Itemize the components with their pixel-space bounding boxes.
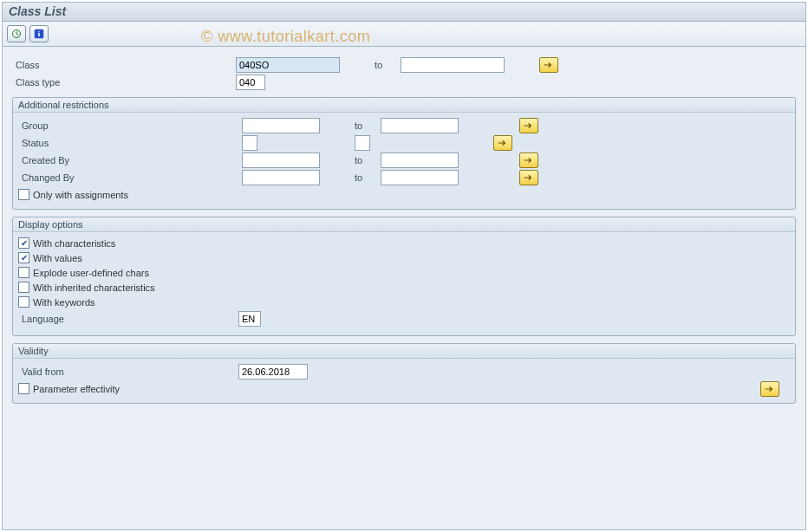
- info-button[interactable]: i: [29, 25, 49, 42]
- param-effectivity-checkbox[interactable]: [18, 383, 29, 394]
- only-with-assignments-row: Only with assignments: [16, 187, 792, 202]
- created-by-to-input[interactable]: [381, 152, 459, 168]
- class-to-input[interactable]: [401, 57, 505, 73]
- execute-button[interactable]: [7, 25, 26, 42]
- class-type-row: Class type: [10, 75, 798, 90]
- info-icon: i: [34, 29, 44, 39]
- param-effectivity-row: Parameter effectivity: [16, 381, 792, 396]
- to-label: to: [320, 155, 381, 165]
- status-from-input[interactable]: [242, 135, 257, 151]
- created-by-from-input[interactable]: [242, 152, 320, 168]
- clock-execute-icon: [11, 29, 22, 39]
- group-row: Group to: [16, 118, 792, 133]
- with-values-label: With values: [33, 253, 82, 263]
- to-label: to: [340, 60, 401, 70]
- arrow-right-icon: [524, 156, 534, 165]
- inherited-checkbox[interactable]: [18, 282, 29, 293]
- inherited-label: With inherited characteristics: [33, 282, 155, 293]
- status-to-input[interactable]: [355, 135, 370, 151]
- arrow-right-icon: [524, 173, 534, 182]
- explode-checkbox[interactable]: [18, 267, 29, 278]
- explode-label: Explode user-defined chars: [33, 268, 149, 278]
- arrow-right-icon: [524, 121, 534, 130]
- created-by-row: Created By to: [16, 152, 792, 168]
- changed-by-row: Changed By to: [16, 170, 792, 185]
- language-row: Language: [16, 311, 792, 327]
- param-effectivity-button[interactable]: [760, 381, 779, 397]
- class-row: Class to: [10, 57, 798, 73]
- toolbar: i: [2, 22, 806, 47]
- changed-by-label: Changed By: [16, 172, 242, 183]
- validity-group-title: Validity: [13, 344, 795, 359]
- explode-row: Explode user-defined chars: [16, 265, 792, 280]
- group-label: Group: [16, 120, 242, 131]
- language-label: Language: [16, 314, 238, 324]
- only-with-assignments-checkbox[interactable]: [18, 189, 29, 200]
- inherited-row: With inherited characteristics: [16, 280, 792, 295]
- with-values-checkbox[interactable]: [18, 252, 29, 263]
- validity-group: Validity Valid from Parameter effectivit…: [12, 343, 796, 404]
- status-multiple-selection-button[interactable]: [493, 135, 512, 151]
- valid-from-label: Valid from: [16, 367, 238, 377]
- created-by-multiple-selection-button[interactable]: [519, 152, 538, 168]
- language-input[interactable]: [238, 311, 261, 327]
- arrow-right-icon: [765, 385, 775, 393]
- class-type-input[interactable]: [236, 75, 265, 90]
- with-characteristics-checkbox[interactable]: [18, 237, 29, 249]
- to-label: to: [320, 172, 381, 183]
- with-values-row: With values: [16, 250, 792, 265]
- changed-by-to-input[interactable]: [381, 170, 459, 185]
- class-type-label: Class type: [10, 77, 236, 88]
- group-multiple-selection-button[interactable]: [519, 118, 538, 133]
- status-label: Status: [16, 138, 242, 148]
- to-label: to: [320, 120, 381, 131]
- display-group-title: Display options: [13, 217, 795, 232]
- display-options-group: Display options With characteristics Wit…: [12, 217, 796, 336]
- status-row: Status to: [16, 135, 792, 151]
- to-label: to: [257, 138, 355, 148]
- with-characteristics-row: With characteristics: [16, 236, 792, 250]
- changed-by-from-input[interactable]: [242, 170, 320, 185]
- param-effectivity-label: Parameter effectivity: [33, 384, 120, 394]
- created-by-label: Created By: [16, 155, 242, 165]
- class-label: Class: [10, 60, 236, 70]
- only-with-assignments-label: Only with assignments: [33, 190, 128, 200]
- arrow-right-icon: [498, 139, 508, 147]
- class-multiple-selection-button[interactable]: [539, 57, 558, 73]
- app-window: Class List i © www.tutorialkart.com Clas…: [0, 0, 808, 532]
- class-from-input[interactable]: [236, 57, 340, 73]
- arrow-right-icon: [544, 61, 554, 69]
- keywords-label: With keywords: [33, 297, 95, 308]
- valid-from-row: Valid from: [16, 364, 792, 380]
- group-to-input[interactable]: [381, 118, 459, 133]
- additional-group-title: Additional restrictions: [13, 98, 795, 113]
- additional-restrictions-group: Additional restrictions Group to Status …: [12, 97, 796, 210]
- group-from-input[interactable]: [242, 118, 320, 133]
- with-characteristics-label: With characteristics: [33, 238, 115, 249]
- changed-by-multiple-selection-button[interactable]: [519, 170, 538, 185]
- page-title: Class List: [2, 2, 806, 22]
- keywords-checkbox[interactable]: [18, 296, 29, 308]
- valid-from-input[interactable]: [238, 364, 308, 380]
- keywords-row: With keywords: [16, 295, 792, 309]
- content: Class to Class type Additional restricti…: [2, 47, 806, 419]
